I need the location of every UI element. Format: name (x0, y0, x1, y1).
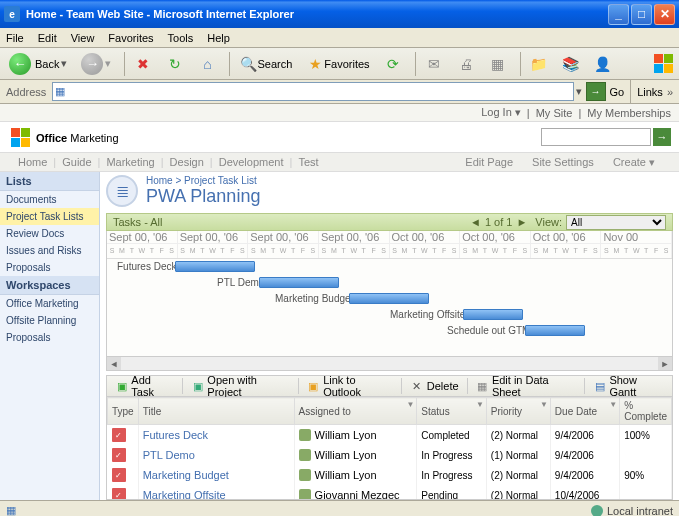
maximize-button[interactable]: □ (631, 4, 652, 25)
edit-page-link[interactable]: Edit Page (465, 156, 513, 168)
table-row[interactable]: ✓PTL DemoWilliam LyonIn Progress(1) Norm… (108, 445, 672, 465)
filter-icon[interactable]: ▼ (406, 400, 414, 409)
nav-marketing[interactable]: Marketing (106, 156, 154, 168)
site-settings-link[interactable]: Site Settings (532, 156, 594, 168)
menu-file[interactable]: File (6, 32, 24, 44)
filter-icon[interactable]: ▼ (476, 400, 484, 409)
address-input[interactable]: ▦ (52, 82, 573, 101)
refresh-button[interactable]: ↻ (161, 52, 189, 76)
favorites-button[interactable]: ★Favorites (301, 52, 374, 76)
search-go-button[interactable]: → (653, 128, 671, 146)
type-icon: ✓ (112, 448, 126, 462)
col-type[interactable]: Type (108, 398, 139, 425)
col-assigned-to[interactable]: Assigned to▼ (294, 398, 417, 425)
show-gantt-button[interactable]: ▤Show Gantt (587, 377, 670, 395)
page-next[interactable]: ► (516, 216, 527, 228)
mail-button[interactable]: ✉ (420, 52, 448, 76)
delete-button[interactable]: ✕Delete (404, 377, 465, 395)
ws-office-marketing[interactable]: Office Marketing (0, 295, 99, 312)
menu-help[interactable]: Help (207, 32, 230, 44)
filter-icon[interactable]: ▼ (609, 400, 617, 409)
nav-home[interactable]: Home (18, 156, 47, 168)
login-link[interactable]: Log In ▾ (481, 106, 521, 119)
gantt-bar[interactable] (525, 325, 585, 336)
nav-project-task-lists[interactable]: Project Task Lists (0, 208, 99, 225)
close-button[interactable]: ✕ (654, 4, 675, 25)
research-button[interactable]: 📚 (557, 52, 585, 76)
cell-due: 9/4/2006 (550, 425, 619, 446)
gantt-scrollbar[interactable]: ◄ ► (107, 356, 672, 370)
print-icon: 🖨 (457, 55, 475, 73)
cell-status: In Progress (417, 465, 486, 485)
nav-proposals[interactable]: Proposals (0, 259, 99, 276)
task-title-link[interactable]: Marketing Budget (143, 469, 229, 481)
scroll-right-icon[interactable]: ► (658, 357, 672, 371)
open-project-button[interactable]: ▣Open with Project (185, 377, 296, 395)
edit-datasheet-button[interactable]: ▦Edit in Data Sheet (470, 377, 583, 395)
edit-button[interactable]: ▦ (484, 52, 512, 76)
nav-documents[interactable]: Documents (0, 191, 99, 208)
history-button[interactable]: ⟳ (379, 52, 407, 76)
menu-favorites[interactable]: Favorites (108, 32, 153, 44)
links-label[interactable]: Links (637, 86, 663, 98)
person-icon (299, 449, 311, 461)
link-outlook-button[interactable]: ▣Link to Outlook (301, 377, 399, 395)
col--complete[interactable]: % Complete (620, 398, 672, 425)
mysite-link[interactable]: My Site (536, 107, 573, 119)
table-row[interactable]: ✓Marketing BudgetWilliam LyonIn Progress… (108, 465, 672, 485)
nav-test[interactable]: Test (298, 156, 318, 168)
menu-edit[interactable]: Edit (38, 32, 57, 44)
gantt-bar[interactable] (349, 293, 429, 304)
col-priority[interactable]: Priority▼ (486, 398, 550, 425)
back-button[interactable]: ←Back▾ (4, 52, 72, 76)
gantt-bar[interactable] (463, 309, 523, 320)
cell-status: Pending (417, 485, 486, 500)
ws-offsite-planning[interactable]: Offsite Planning (0, 312, 99, 329)
stop-button[interactable]: ✖ (129, 52, 157, 76)
address-dropdown[interactable]: ▾ (576, 85, 582, 98)
task-title-link[interactable]: PTL Demo (143, 449, 195, 461)
search-input[interactable] (541, 128, 651, 146)
messenger-button[interactable]: 👤 (589, 52, 617, 76)
search-button[interactable]: 🔍Search (234, 52, 297, 76)
view-select[interactable]: All (566, 215, 666, 230)
home-button[interactable]: ⌂ (193, 52, 221, 76)
table-row[interactable]: ✓Marketing OffsiteGiovanni MezgecPending… (108, 485, 672, 500)
minimize-button[interactable]: _ (608, 4, 629, 25)
go-button[interactable]: → (586, 82, 606, 101)
window-title: Home - Team Web Site - Microsoft Interne… (26, 8, 294, 20)
discuss-button[interactable]: 📁 (525, 52, 553, 76)
forward-button[interactable]: →▾ (76, 52, 116, 76)
print-button[interactable]: 🖨 (452, 52, 480, 76)
gantt-bar[interactable] (259, 277, 339, 288)
nav-guide[interactable]: Guide (62, 156, 91, 168)
memberships-link[interactable]: My Memberships (587, 107, 671, 119)
task-title-link[interactable]: Futures Deck (143, 429, 208, 441)
scroll-left-icon[interactable]: ◄ (107, 357, 121, 371)
menu-view[interactable]: View (71, 32, 95, 44)
breadcrumb-path[interactable]: Home > Project Task List (146, 175, 260, 186)
nav-issues-risks[interactable]: Issues and Risks (0, 242, 99, 259)
col-title[interactable]: Title (138, 398, 294, 425)
gantt-rows: Futures DeckPTL DemoMarketing BudgetMark… (107, 259, 672, 339)
refresh-icon: ↻ (166, 55, 184, 73)
nav-review-docs[interactable]: Review Docs (0, 225, 99, 242)
nav-design[interactable]: Design (170, 156, 204, 168)
menu-tools[interactable]: Tools (168, 32, 194, 44)
add-task-button[interactable]: ▣Add Task (109, 377, 180, 395)
links-chevron-icon[interactable]: » (667, 86, 673, 98)
ws-proposals[interactable]: Proposals (0, 329, 99, 346)
task-title-link[interactable]: Marketing Offsite (143, 489, 226, 500)
nav-development[interactable]: Development (219, 156, 284, 168)
delete-icon: ✕ (410, 379, 424, 393)
table-row[interactable]: ✓Futures DeckWilliam LyonCompleted(2) No… (108, 425, 672, 446)
col-due-date[interactable]: Due Date▼ (550, 398, 619, 425)
create-link[interactable]: Create ▾ (613, 156, 655, 168)
type-icon: ✓ (112, 488, 126, 500)
research-icon: 📚 (562, 55, 580, 73)
cell-due: 9/4/2006 (550, 445, 619, 465)
filter-icon[interactable]: ▼ (540, 400, 548, 409)
gantt-bar[interactable] (175, 261, 255, 272)
col-status[interactable]: Status▼ (417, 398, 486, 425)
page-prev[interactable]: ◄ (470, 216, 481, 228)
